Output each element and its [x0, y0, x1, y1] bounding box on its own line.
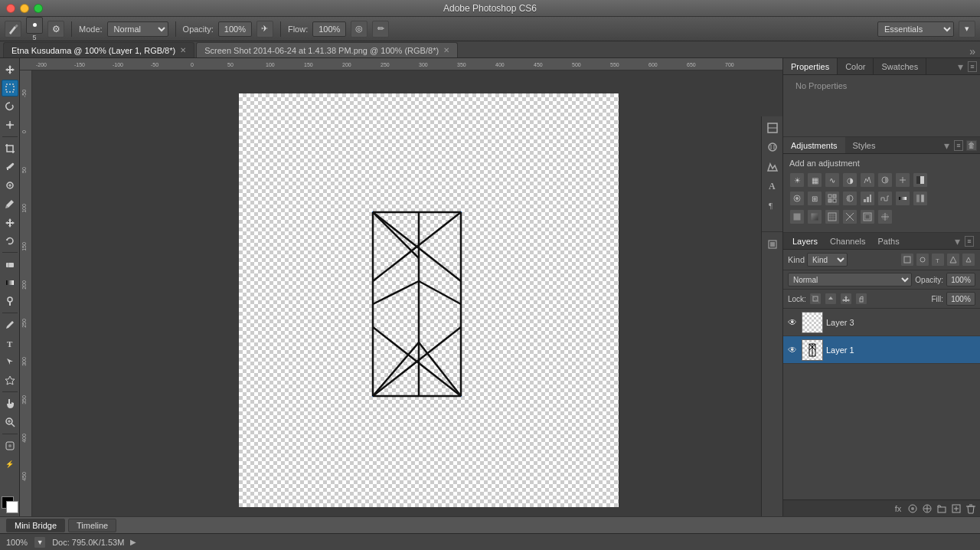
properties-collapse-icon[interactable]: ▾ [953, 61, 968, 73]
adj-extra3-icon[interactable] [877, 209, 893, 224]
opacity-input[interactable] [218, 21, 252, 37]
new-layer-icon[interactable] [950, 503, 962, 515]
panel-icon-4[interactable]: A [764, 177, 781, 194]
adj-extra2-icon[interactable] [860, 209, 875, 224]
layer-row-1[interactable]: 👁 [783, 336, 980, 364]
lock-position-icon[interactable] [840, 293, 852, 305]
delete-layer-icon[interactable] [965, 503, 977, 515]
tab-adjustments[interactable]: Adjustments [783, 137, 845, 153]
tab1-close-icon[interactable]: ✕ [180, 46, 186, 54]
workspace-select[interactable]: Essentials Design Painting [877, 21, 954, 37]
adj-gradient-fill-icon[interactable] [807, 209, 822, 224]
flow-icon[interactable]: ◎ [351, 21, 368, 38]
spot-healing-tool[interactable] [2, 177, 18, 194]
panel-icon-2[interactable] [764, 139, 781, 156]
adj-pattern-fill-icon[interactable] [825, 209, 840, 224]
move-tool[interactable] [2, 61, 18, 78]
flow-input[interactable] [312, 21, 346, 37]
add-style-icon[interactable]: fx [892, 503, 904, 515]
adj-gradient-map-icon[interactable] [895, 191, 910, 206]
opacity-input-layers[interactable] [946, 273, 975, 286]
kind-select[interactable]: Kind Name Effect [807, 253, 848, 267]
opacity-airbrush-icon[interactable]: ✈ [256, 21, 273, 38]
fg-bg-colors[interactable] [2, 496, 18, 513]
tab-swatches[interactable]: Swatches [874, 58, 926, 74]
tab-timeline[interactable]: Timeline [68, 519, 116, 532]
status-arrow-icon[interactable]: ▶ [130, 538, 136, 546]
adj-vibrance-icon[interactable] [860, 172, 875, 188]
adj-invert-icon[interactable] [842, 191, 858, 206]
adj-posterize-icon[interactable] [860, 191, 875, 206]
tab-color[interactable]: Color [838, 58, 874, 74]
brush-tool[interactable] [2, 195, 18, 212]
tab-properties[interactable]: Properties [783, 58, 838, 74]
filter-pixel-icon[interactable] [900, 253, 914, 267]
adj-photo-filter-icon[interactable] [789, 191, 805, 206]
adj-channel-mixer-icon[interactable]: ⊞ [807, 191, 822, 206]
tab-collapse-icon[interactable]: » [969, 44, 980, 57]
layer-3-visibility-eye[interactable]: 👁 [786, 316, 799, 329]
tab-channels[interactable]: Channels [824, 233, 871, 249]
history-brush-tool[interactable] [2, 232, 18, 249]
rectangular-marquee-tool[interactable] [2, 80, 18, 97]
properties-options-icon[interactable]: ≡ [968, 61, 977, 72]
layers-collapse-icon[interactable]: ▾ [950, 235, 965, 247]
brush-settings-icon[interactable]: ⚙ [47, 21, 64, 38]
minimize-button[interactable] [20, 4, 29, 13]
panel-icon-5[interactable]: ¶ [764, 196, 781, 213]
blend-mode-select[interactable]: Normal Multiply Screen [788, 273, 912, 286]
eraser-tool[interactable] [2, 256, 18, 273]
tab-styles[interactable]: Styles [845, 137, 884, 153]
zoom-indicator-icon[interactable]: ▼ [34, 536, 46, 548]
filter-adjustment-icon[interactable] [916, 253, 929, 267]
magic-wand-tool[interactable] [2, 116, 18, 133]
filter-type-icon[interactable]: T [931, 253, 945, 267]
mode-select[interactable]: Normal Multiply Screen Overlay [107, 21, 168, 37]
new-group-icon[interactable] [936, 503, 948, 515]
filter-smart-icon[interactable] [962, 253, 975, 267]
custom-shape-tool[interactable] [2, 372, 18, 388]
adj-threshold-icon[interactable] [877, 191, 893, 206]
adj-levels-icon[interactable]: ▦ [807, 172, 822, 188]
stylus-pressure-icon[interactable]: ✏ [372, 21, 389, 38]
gradient-tool[interactable] [2, 274, 18, 291]
layer-1-visibility-eye[interactable]: 👁 [786, 344, 799, 356]
extra-tool[interactable]: ⚡ [2, 456, 18, 473]
panel-icon-6[interactable] [764, 236, 781, 253]
adj-exposure-icon[interactable]: ◑ [842, 172, 858, 188]
fill-input[interactable] [946, 292, 975, 306]
lasso-tool[interactable] [2, 98, 18, 115]
tab-document-2[interactable]: Screen Shot 2014-06-24 at 1.41.38 PM.png… [196, 42, 458, 57]
adjustments-collapse-icon[interactable]: ▾ [939, 139, 954, 152]
pen-tool[interactable] [2, 316, 18, 333]
lock-image-icon[interactable] [825, 293, 837, 305]
crop-tool[interactable] [2, 140, 18, 157]
brush-preview[interactable] [26, 17, 43, 34]
filter-shape-icon[interactable] [946, 253, 960, 267]
zoom-tool[interactable] [2, 414, 18, 431]
adjustments-trash-icon[interactable]: 🗑 [966, 140, 977, 151]
tab-mini-bridge[interactable]: Mini Bridge [6, 519, 65, 532]
panel-icon-3[interactable] [764, 158, 781, 175]
panel-icon-1[interactable] [764, 119, 781, 136]
tab-paths[interactable]: Paths [872, 233, 906, 249]
path-selection-tool[interactable] [2, 353, 18, 370]
add-mask-icon[interactable] [906, 503, 919, 515]
adj-curves-icon[interactable]: ∿ [825, 172, 840, 188]
clone-stamp-tool[interactable] [2, 214, 18, 231]
tab-layers[interactable]: Layers [786, 233, 824, 249]
dodge-tool[interactable] [2, 293, 18, 309]
workspace-arrow-icon[interactable]: ▾ [959, 21, 975, 38]
lock-transparent-icon[interactable] [809, 293, 822, 305]
quick-mask-tool[interactable] [2, 437, 18, 454]
eyedropper-tool[interactable] [2, 159, 18, 175]
adjustments-options-icon[interactable]: ≡ [954, 140, 963, 151]
brush-tool-active[interactable] [5, 21, 21, 38]
adj-hue-sat-icon[interactable] [877, 172, 893, 188]
hand-tool[interactable] [2, 395, 18, 412]
adj-bw-icon[interactable] [913, 172, 928, 188]
type-tool[interactable]: T [2, 335, 18, 352]
background-color[interactable] [6, 501, 18, 513]
adj-colorbalance-icon[interactable] [895, 172, 910, 188]
close-button[interactable] [6, 4, 15, 13]
